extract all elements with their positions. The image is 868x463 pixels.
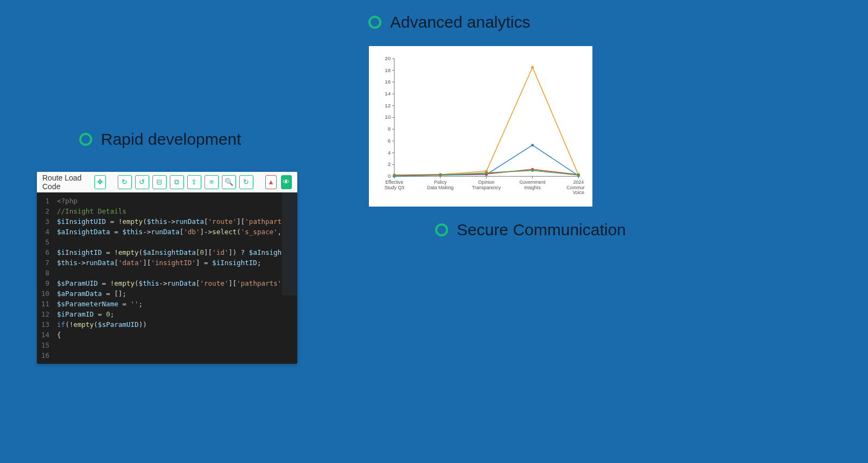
svg-text:Insights: Insights <box>524 185 541 190</box>
svg-point-56 <box>439 174 442 177</box>
warning-button[interactable]: ▲ <box>265 175 276 189</box>
code-line[interactable]: $iInsightUID = !empty($this->runData['ro… <box>57 216 282 227</box>
feature-title: Rapid development <box>101 130 241 149</box>
svg-text:16: 16 <box>385 79 391 85</box>
svg-text:6: 6 <box>388 138 391 144</box>
svg-point-55 <box>393 175 395 177</box>
code-line[interactable] <box>57 268 282 278</box>
svg-point-57 <box>485 171 488 174</box>
code-area[interactable]: <?php//Insight Details$iInsightUID = !em… <box>55 192 282 364</box>
svg-text:10: 10 <box>385 114 391 120</box>
code-line[interactable] <box>57 237 282 247</box>
svg-text:Study Q3: Study Q3 <box>385 185 404 190</box>
svg-text:Government: Government <box>519 179 546 185</box>
box-in-button[interactable]: ⇪ <box>187 175 201 189</box>
reload-ccw-button[interactable]: ↺ <box>135 175 149 189</box>
svg-text:4: 4 <box>388 150 391 156</box>
bullet-icon <box>368 16 381 29</box>
preview-button[interactable]: 👁 <box>281 175 292 189</box>
code-line[interactable]: <?php <box>57 196 282 206</box>
move-button[interactable]: ✥ <box>94 175 105 189</box>
feature-secure-communication: Secure Communication <box>435 221 626 239</box>
svg-text:Transparency: Transparency <box>472 185 501 190</box>
editor-toolbar: Route Load Code ✥ ↻ ↺ ⊟ ⧉ ⇪ ≡ 🔍 ↻ ▲ 👁 <box>37 172 297 192</box>
svg-text:20: 20 <box>385 55 391 61</box>
svg-text:0: 0 <box>388 173 391 179</box>
svg-text:2024: 2024 <box>573 179 584 185</box>
code-line[interactable]: { <box>57 330 282 340</box>
code-line[interactable]: $iParamID = 0; <box>57 309 282 319</box>
code-line[interactable]: $sParameterName = ''; <box>57 299 282 309</box>
feature-rapid-dev: Rapid development <box>79 130 241 149</box>
svg-text:14: 14 <box>385 91 391 97</box>
svg-point-58 <box>531 169 534 172</box>
svg-text:2: 2 <box>388 161 391 167</box>
code-editor-panel: Route Load Code ✥ ↻ ↺ ⊟ ⧉ ⇪ ≡ 🔍 ↻ ▲ 👁 12… <box>37 172 297 364</box>
line-gutter: 12345678910111213141516 <box>37 192 55 364</box>
bullet-icon <box>435 223 448 236</box>
refresh-button[interactable]: ↻ <box>239 175 253 189</box>
svg-point-59 <box>577 174 580 177</box>
code-line[interactable] <box>57 340 282 350</box>
feature-title: Secure Communication <box>457 221 626 239</box>
svg-text:12: 12 <box>385 102 391 108</box>
code-line[interactable]: //Insight Details <box>57 206 282 216</box>
svg-text:Effective: Effective <box>385 179 403 185</box>
analytics-chart: 02468101214161820EffectiveStudy Q3Policy… <box>369 46 592 207</box>
feature-title: Advanced analytics <box>390 13 531 31</box>
code-line[interactable]: $aInsightData = $this->runData['db']->se… <box>57 227 282 237</box>
svg-text:Voice: Voice <box>573 190 584 195</box>
code-line[interactable]: $this->runData['data']['insightID'] = $i… <box>57 258 282 268</box>
wrap-button[interactable]: ≡ <box>205 175 219 189</box>
collapse-button[interactable]: ⊟ <box>152 175 167 189</box>
code-line[interactable]: $aParamData = []; <box>57 288 282 299</box>
svg-text:Data Making: Data Making <box>427 185 454 190</box>
svg-point-43 <box>531 66 534 69</box>
bullet-icon <box>79 133 92 146</box>
code-line[interactable]: $iInsightID = !empty($aInsightData[0]['i… <box>57 247 282 258</box>
svg-text:Policy: Policy <box>434 179 447 185</box>
svg-text:Opinion: Opinion <box>478 179 495 185</box>
box-out-button[interactable]: ⧉ <box>170 175 184 189</box>
minimap[interactable] <box>282 192 297 364</box>
code-line[interactable] <box>57 350 282 361</box>
svg-text:18: 18 <box>385 67 391 73</box>
code-line[interactable]: if(!empty($sParamUID)) <box>57 319 282 330</box>
editor-title: Route Load Code <box>42 173 88 191</box>
reload-cw-button[interactable]: ↻ <box>118 175 132 189</box>
svg-text:8: 8 <box>388 126 391 132</box>
svg-text:Community: Community <box>566 185 585 190</box>
code-line[interactable]: $sParamUID = !empty($this->runData['rout… <box>57 278 282 288</box>
search-button[interactable]: 🔍 <box>222 175 236 189</box>
chart-svg: 02468101214161820EffectiveStudy Q3Policy… <box>374 53 585 203</box>
feature-advanced-analytics: Advanced analytics <box>368 13 531 31</box>
editor-body[interactable]: 12345678910111213141516 <?php//Insight D… <box>37 192 297 364</box>
svg-point-48 <box>531 144 534 146</box>
